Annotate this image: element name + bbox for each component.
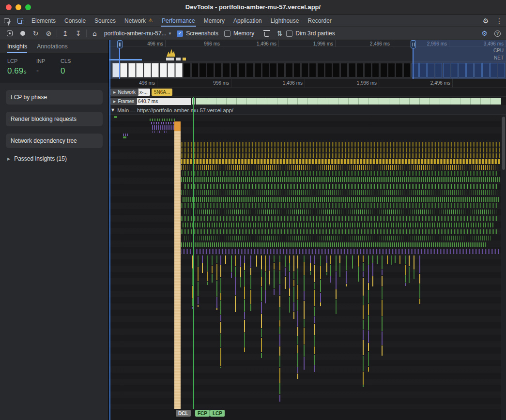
filmstrip-frame[interactable] [183, 63, 190, 77]
minimize-window-icon[interactable] [15, 4, 21, 10]
flame-band[interactable] [181, 216, 498, 221]
deep-stack-segment[interactable] [216, 264, 217, 280]
flame-band[interactable] [181, 177, 500, 182]
deep-stack-segment[interactable] [409, 267, 410, 283]
deep-stack-segment[interactable] [320, 302, 321, 306]
deep-stack-segment[interactable] [314, 255, 315, 264]
deep-stack-segment[interactable] [304, 262, 305, 275]
deep-stack-segment[interactable] [212, 255, 213, 265]
tab-sources[interactable]: Sources [90, 15, 120, 27]
save-profile-icon[interactable]: ↥ [59, 27, 72, 40]
marker-dcl[interactable]: DCL [176, 410, 191, 417]
filmstrip-frame[interactable] [254, 63, 261, 77]
deep-stack-segment[interactable] [363, 320, 364, 330]
deep-stack-segment[interactable] [216, 308, 217, 310]
deep-stack-segment[interactable] [279, 285, 280, 295]
deep-stack-segment[interactable] [279, 368, 280, 383]
deep-stack-segment[interactable] [314, 316, 315, 323]
deep-stack-segment[interactable] [310, 271, 311, 275]
deep-stack-segment[interactable] [244, 300, 245, 312]
flame-band[interactable] [183, 197, 499, 202]
deep-stack-segment[interactable] [261, 270, 262, 277]
deep-stack-segment[interactable] [310, 255, 311, 263]
deep-stack-segment[interactable] [274, 270, 275, 288]
deep-stack-segment[interactable] [202, 255, 203, 263]
deep-stack-segment[interactable] [244, 263, 245, 270]
deep-stack-segment[interactable] [304, 345, 305, 357]
deep-stack-segment[interactable] [279, 327, 280, 334]
deep-stack-segment[interactable] [261, 302, 262, 314]
deep-stack-segment[interactable] [419, 274, 420, 284]
deep-stack-segment[interactable] [368, 315, 369, 330]
deep-stack-segment[interactable] [293, 312, 294, 319]
deep-stack-segment[interactable] [220, 367, 221, 368]
deep-stack-segment[interactable] [265, 255, 266, 271]
filmstrip-frame[interactable] [191, 63, 199, 77]
deep-stack-segment[interactable] [212, 266, 213, 273]
deep-stack-segment[interactable] [339, 255, 340, 263]
deep-stack-segment[interactable] [250, 255, 251, 268]
record-icon[interactable] [16, 27, 29, 40]
deep-stack-segment[interactable] [314, 335, 315, 346]
deep-stack-segment[interactable] [382, 255, 383, 269]
deep-stack-segment[interactable] [363, 356, 364, 371]
deep-stack-segment[interactable] [198, 297, 199, 304]
filmstrip-frame[interactable] [301, 63, 308, 77]
deep-stack-segment[interactable] [405, 283, 406, 285]
deep-stack-segment[interactable] [330, 276, 331, 283]
deep-stack-segment[interactable] [382, 276, 383, 286]
flame-band[interactable] [151, 122, 175, 124]
deep-stack-segment[interactable] [250, 304, 251, 311]
help-icon[interactable]: ? [491, 27, 504, 40]
deep-stack-segment[interactable] [363, 263, 364, 270]
deep-stack-segment[interactable] [289, 263, 290, 271]
deep-stack-segment[interactable] [289, 255, 290, 263]
deep-stack-segment[interactable] [293, 255, 294, 271]
filmstrip-frame[interactable] [215, 63, 222, 77]
deep-stack-segment[interactable] [363, 278, 364, 296]
filmstrip-frame[interactable] [223, 63, 230, 77]
deep-stack-segment[interactable] [198, 305, 199, 307]
deep-stack-segment[interactable] [285, 255, 286, 267]
tab-insights[interactable]: Insights [7, 40, 27, 53]
flow-separator-icon[interactable]: ⇅ [273, 27, 286, 40]
deep-stack-segment[interactable] [336, 271, 337, 289]
filmstrip-frame[interactable] [160, 63, 167, 77]
flame-band[interactable] [183, 171, 499, 176]
deep-stack-segment[interactable] [261, 338, 262, 353]
flame-band[interactable] [181, 153, 500, 158]
deep-stack-segment[interactable] [274, 289, 275, 295]
deep-stack-segment[interactable] [304, 319, 305, 327]
deep-stack-segment[interactable] [314, 265, 315, 282]
live-metrics-icon[interactable] [3, 27, 16, 40]
more-menu-icon[interactable]: ⋮ [492, 17, 506, 25]
deep-stack-segment[interactable] [363, 271, 364, 277]
filmstrip-frame[interactable] [238, 63, 245, 77]
frames-bar[interactable] [196, 98, 501, 105]
deep-stack-segment[interactable] [279, 346, 280, 356]
deep-stack-segment[interactable] [285, 268, 286, 276]
deep-stack-segment[interactable] [269, 270, 270, 284]
deep-stack-segment[interactable] [391, 255, 392, 265]
deep-stack-segment[interactable] [279, 255, 280, 262]
deep-stack-segment[interactable] [368, 290, 369, 303]
frame-duration-segment[interactable]: 640.7 ms [136, 98, 191, 105]
selection-handle-right[interactable] [411, 40, 416, 48]
deep-stack-segment[interactable] [220, 322, 221, 333]
deep-stack-segment[interactable] [304, 357, 305, 370]
deep-stack-segment[interactable] [261, 314, 262, 328]
record-and-reload-icon[interactable]: ↻ [29, 27, 42, 40]
deep-stack-segment[interactable] [293, 272, 294, 279]
flame-band[interactable] [152, 125, 175, 130]
deep-stack-segment[interactable] [304, 291, 305, 300]
deep-stack-segment[interactable] [314, 283, 315, 289]
deep-stack-segment[interactable] [405, 265, 406, 275]
deep-stack-segment[interactable] [235, 255, 236, 266]
flame-band[interactable] [181, 159, 500, 164]
deep-stack-segment[interactable] [377, 255, 378, 264]
flame-band[interactable] [182, 249, 499, 254]
maximize-window-icon[interactable] [25, 4, 31, 10]
flame-chart[interactable] [109, 115, 506, 409]
deep-stack-segment[interactable] [225, 255, 226, 264]
deep-stack-segment[interactable] [346, 271, 347, 284]
